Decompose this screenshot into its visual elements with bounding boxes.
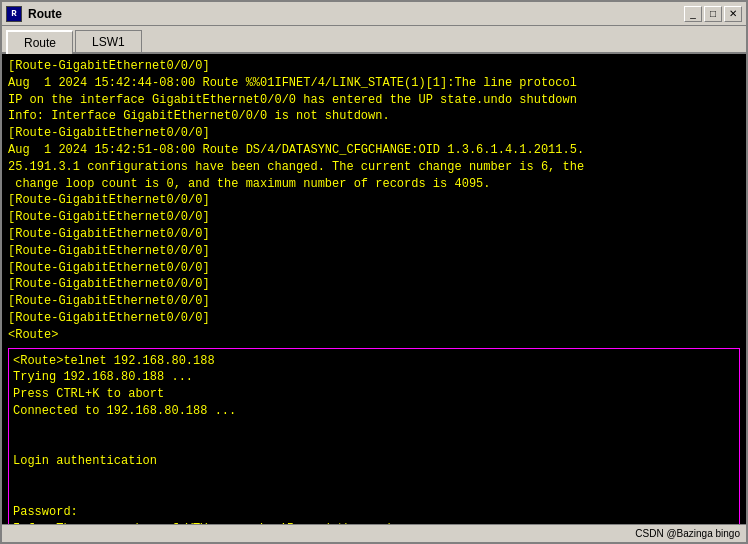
maximize-button[interactable]: □ [704, 6, 722, 22]
tab-bar: Route LSW1 [2, 26, 746, 54]
window-title: Route [28, 7, 62, 21]
tab-lsw1-label: LSW1 [92, 35, 125, 49]
window-controls: _ □ ✕ [684, 6, 742, 22]
close-button[interactable]: ✕ [724, 6, 742, 22]
status-bar: CSDN @Bazinga bingo [2, 524, 746, 542]
maximize-icon: □ [710, 8, 716, 19]
telnet-content: <Route>telnet 192.168.80.188 Trying 192.… [13, 353, 735, 524]
minimize-button[interactable]: _ [684, 6, 702, 22]
telnet-box: <Route>telnet 192.168.80.188 Trying 192.… [8, 348, 740, 524]
tab-route-label: Route [24, 36, 56, 50]
title-bar-left: R Route [6, 6, 62, 22]
title-bar: R Route _ □ ✕ [2, 2, 746, 26]
terminal[interactable]: [Route-GigabitEthernet0/0/0] Aug 1 2024 … [2, 54, 746, 524]
status-text: CSDN @Bazinga bingo [635, 528, 740, 539]
main-window: R Route _ □ ✕ Route LSW1 [Route-GigabitE… [0, 0, 748, 544]
pre-telnet-lines: [Route-GigabitEthernet0/0/0] Aug 1 2024 … [8, 58, 740, 344]
app-icon: R [6, 6, 22, 22]
tab-lsw1[interactable]: LSW1 [75, 30, 142, 52]
tab-route[interactable]: Route [6, 30, 73, 54]
close-icon: ✕ [729, 8, 737, 19]
